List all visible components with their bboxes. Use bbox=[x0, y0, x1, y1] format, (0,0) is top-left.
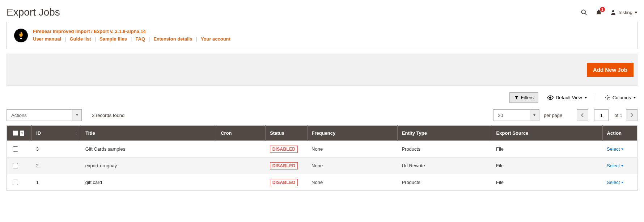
cell-cron bbox=[216, 141, 266, 158]
col-cron[interactable]: Cron bbox=[216, 126, 266, 141]
chevron-down-icon bbox=[621, 148, 623, 150]
cell-title: Gift Cards samples bbox=[81, 141, 216, 158]
toolbar-right: 20 per page of 1 bbox=[493, 109, 637, 121]
cell-status: DISABLED bbox=[266, 174, 307, 191]
svg-point-2 bbox=[612, 10, 614, 12]
banner-links: User manual| Guide list| Sample files| F… bbox=[33, 36, 230, 42]
cell-cron bbox=[216, 158, 266, 174]
search-icon[interactable] bbox=[580, 9, 588, 16]
filters-label: Filters bbox=[521, 95, 534, 100]
firebear-logo-icon bbox=[14, 29, 28, 42]
notifications-icon[interactable]: 1 bbox=[596, 9, 602, 16]
extension-banner: Firebear Improved Import / Export v. 3.1… bbox=[7, 22, 637, 49]
banner-link-extension-details[interactable]: Extension details bbox=[153, 36, 192, 42]
cell-id: 1 bbox=[32, 174, 81, 191]
table-row[interactable]: 2export-uruguayDISABLEDNoneUrl RewriteFi… bbox=[7, 158, 637, 174]
prev-page-button[interactable] bbox=[577, 109, 588, 121]
chevron-left-icon bbox=[581, 113, 584, 117]
status-badge: DISABLED bbox=[270, 179, 298, 186]
chevron-down-icon bbox=[633, 97, 636, 99]
col-id-label: ID bbox=[36, 130, 41, 136]
svg-point-3 bbox=[550, 97, 551, 99]
eye-icon bbox=[547, 95, 554, 100]
banner-link-user-manual[interactable]: User manual bbox=[33, 36, 61, 42]
user-menu[interactable]: testing bbox=[610, 9, 637, 16]
table-row[interactable]: 1gift cardDISABLEDNoneProductsFileSelect bbox=[7, 174, 637, 191]
col-id[interactable]: ID↑ bbox=[32, 126, 81, 141]
chevron-down-icon bbox=[621, 182, 623, 183]
row-checkbox[interactable] bbox=[13, 146, 18, 152]
status-badge: DISABLED bbox=[270, 162, 298, 169]
view-button[interactable]: Default View bbox=[546, 93, 589, 102]
cell-source: File bbox=[492, 141, 602, 158]
chevron-down-icon bbox=[530, 110, 539, 121]
col-frequency[interactable]: Frequency bbox=[307, 126, 397, 141]
cell-title: export-uruguay bbox=[81, 158, 216, 174]
col-source[interactable]: Export Source bbox=[492, 126, 602, 141]
banner-link-guide-list[interactable]: Guide list bbox=[69, 36, 91, 42]
row-checkbox[interactable] bbox=[13, 180, 18, 185]
col-entity[interactable]: Entity Type bbox=[397, 126, 492, 141]
row-action-select[interactable]: Select bbox=[607, 180, 623, 185]
chevron-down-icon bbox=[584, 97, 587, 99]
per-page-select[interactable]: 20 bbox=[493, 109, 539, 121]
header-tools: 1 testing bbox=[580, 9, 637, 16]
chevron-down-icon bbox=[635, 12, 637, 13]
grid-toolbar-bottom: Actions 3 records found 20 per page of 1 bbox=[7, 106, 637, 125]
cell-entity: Products bbox=[397, 174, 492, 191]
view-label: Default View bbox=[556, 95, 582, 100]
status-badge: DISABLED bbox=[270, 146, 298, 153]
col-action: Action bbox=[602, 126, 637, 141]
cell-id: 3 bbox=[32, 141, 81, 158]
chevron-down-icon bbox=[72, 110, 81, 121]
col-title[interactable]: Title bbox=[81, 126, 216, 141]
columns-label: Columns bbox=[613, 95, 631, 100]
cell-status: DISABLED bbox=[266, 141, 307, 158]
filters-button[interactable]: Filters bbox=[509, 92, 538, 103]
jobs-grid: ID↑ Title Cron Status Frequency Entity T… bbox=[7, 125, 637, 191]
col-checkbox bbox=[7, 126, 32, 141]
gear-icon bbox=[605, 95, 610, 100]
notif-badge: 1 bbox=[600, 7, 605, 12]
row-checkbox[interactable] bbox=[13, 163, 18, 168]
cell-entity: Products bbox=[397, 141, 492, 158]
toolbar-left: Actions 3 records found bbox=[7, 109, 124, 121]
per-page-value: 20 bbox=[493, 110, 530, 121]
svg-point-0 bbox=[581, 10, 585, 14]
banner-title: Firebear Improved Import / Export v. 3.1… bbox=[33, 29, 230, 34]
banner-link-your-account[interactable]: Your account bbox=[201, 36, 230, 42]
next-page-button[interactable] bbox=[626, 109, 637, 121]
cell-status: DISABLED bbox=[266, 158, 307, 174]
cell-frequency: None bbox=[307, 158, 397, 174]
row-action-select[interactable]: Select bbox=[607, 163, 623, 168]
cell-source: File bbox=[492, 158, 602, 174]
funnel-icon bbox=[514, 95, 519, 100]
add-new-job-button[interactable]: Add New Job bbox=[587, 63, 634, 77]
cell-id: 2 bbox=[32, 158, 81, 174]
table-row[interactable]: 3Gift Cards samplesDISABLEDNoneProductsF… bbox=[7, 141, 637, 158]
bulk-actions-select[interactable]: Actions bbox=[7, 109, 82, 121]
cell-frequency: None bbox=[307, 141, 397, 158]
svg-line-1 bbox=[585, 13, 587, 15]
records-found: 3 records found bbox=[92, 113, 124, 118]
cell-cron bbox=[216, 174, 266, 191]
col-status[interactable]: Status bbox=[266, 126, 307, 141]
banner-link-sample-files[interactable]: Sample files bbox=[99, 36, 127, 42]
page-input[interactable] bbox=[594, 109, 609, 121]
cell-frequency: None bbox=[307, 174, 397, 191]
svg-point-4 bbox=[607, 97, 608, 99]
user-name: testing bbox=[619, 10, 632, 15]
page-title: Export Jobs bbox=[7, 7, 60, 18]
per-page-label: per page bbox=[544, 113, 562, 118]
cell-entity: Url Rewrite bbox=[397, 158, 492, 174]
page-total: of 1 bbox=[614, 113, 622, 118]
row-action-select[interactable]: Select bbox=[607, 146, 623, 152]
banner-link-faq[interactable]: FAQ bbox=[135, 36, 145, 42]
banner-text: Firebear Improved Import / Export v. 3.1… bbox=[33, 29, 230, 42]
select-all-dropdown[interactable] bbox=[20, 130, 24, 136]
columns-button[interactable]: Columns bbox=[603, 93, 637, 102]
select-all-checkbox[interactable] bbox=[13, 130, 18, 136]
chevron-right-icon bbox=[630, 113, 633, 117]
grid-toolbar-top: Filters Default View Columns bbox=[7, 86, 637, 106]
page-header: Export Jobs 1 testing bbox=[7, 0, 637, 22]
